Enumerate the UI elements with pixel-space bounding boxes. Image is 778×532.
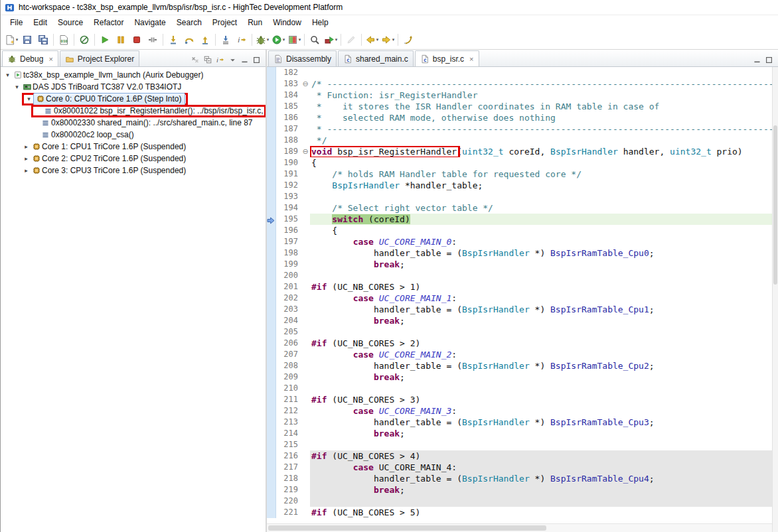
marker-ruler[interactable] bbox=[267, 225, 276, 236]
tree-item-frame-1[interactable]: 0x80002330 shared_main(): ../src/shared_… bbox=[1, 117, 266, 129]
step-filters-icon[interactable]: i bbox=[216, 55, 225, 64]
editor-tab-disassembly[interactable]: Disassembly bbox=[268, 50, 337, 66]
menu-file[interactable]: File bbox=[5, 16, 28, 29]
marker-ruler[interactable] bbox=[267, 293, 276, 304]
marker-ruler[interactable] bbox=[267, 123, 276, 135]
tree-item-core0[interactable]: ▾Core 0: CPU0 TriCore 1.6P (Step Into) bbox=[1, 93, 266, 105]
menu-source[interactable]: Source bbox=[52, 16, 88, 29]
external-tools-dropdown-arrow[interactable]: ▾ bbox=[335, 37, 338, 42]
fold-marker[interactable]: ⊖ bbox=[301, 78, 310, 90]
remove-terminated-icon[interactable] bbox=[191, 55, 200, 64]
tree-item-core2[interactable]: ▸Core 2: CPU2 TriCore 1.6P (Suspended) bbox=[1, 153, 266, 165]
terminate-button[interactable] bbox=[129, 32, 145, 48]
editor-horizontal-scrollbar[interactable] bbox=[267, 523, 772, 532]
fold-marker[interactable]: ⊖ bbox=[301, 146, 310, 157]
step-return-button[interactable] bbox=[197, 32, 213, 48]
step-over-button[interactable] bbox=[181, 32, 197, 48]
tree-item-core3[interactable]: ▸Core 3: CPU3 TriCore 1.6P (Suspended) bbox=[1, 165, 266, 176]
marker-ruler[interactable] bbox=[267, 450, 276, 462]
tree-item-board[interactable]: ▾DAS JDS TriBoard TC387 V2.0 TB34IOTJ bbox=[1, 81, 266, 93]
pencil-button[interactable] bbox=[343, 32, 359, 48]
menu-edit[interactable]: Edit bbox=[28, 16, 52, 29]
tree-item-launch[interactable]: ▾tc38x_bsp_example_llvm_launch (Aurix De… bbox=[1, 69, 266, 81]
expander-board[interactable]: ▾ bbox=[13, 84, 21, 90]
collapse-all-icon[interactable] bbox=[203, 55, 212, 64]
debug-dropdown-arrow[interactable]: ▾ bbox=[267, 37, 270, 42]
instruction-stepping-button[interactable]: i bbox=[234, 32, 250, 48]
marker-ruler[interactable] bbox=[267, 236, 276, 247]
open-element-button[interactable] bbox=[307, 32, 323, 48]
marker-ruler[interactable] bbox=[267, 180, 276, 191]
expander-launch[interactable]: ▾ bbox=[3, 72, 12, 78]
view-menu-icon[interactable] bbox=[228, 56, 237, 64]
minimize-icon[interactable] bbox=[240, 56, 249, 64]
tree-item-core1[interactable]: ▸Core 1: CPU1 TriCore 1.6P (Suspended) bbox=[1, 141, 266, 153]
marker-ruler[interactable] bbox=[267, 326, 276, 338]
coverage-button[interactable]: ▾ bbox=[286, 32, 302, 48]
editor-tab-bsp-isr[interactable]: cbsp_isr.c× bbox=[415, 50, 479, 66]
debug-button[interactable]: ▾ bbox=[254, 32, 270, 48]
skip-breakpoints-button[interactable] bbox=[76, 32, 92, 48]
drop-to-frame-button[interactable] bbox=[218, 32, 234, 48]
marker-ruler[interactable] bbox=[267, 67, 276, 78]
marker-ruler[interactable] bbox=[267, 214, 276, 225]
marker-ruler[interactable] bbox=[267, 146, 276, 157]
run-dropdown-arrow[interactable]: ▾ bbox=[283, 37, 285, 42]
marker-ruler[interactable] bbox=[267, 168, 276, 180]
marker-ruler[interactable] bbox=[267, 338, 276, 349]
view-tab-project-explorer[interactable]: Project Explorer bbox=[60, 50, 139, 66]
marker-ruler[interactable] bbox=[267, 371, 276, 383]
tree-item-frame-2[interactable]: 0x800020c2 loop_csa() bbox=[1, 129, 266, 141]
marker-ruler[interactable] bbox=[267, 462, 276, 473]
view-tab-debug[interactable]: Debug× bbox=[2, 50, 58, 66]
expander-core3[interactable]: ▸ bbox=[22, 167, 31, 174]
marker-ruler[interactable] bbox=[267, 439, 276, 450]
menu-project[interactable]: Project bbox=[207, 16, 242, 29]
forward-button[interactable]: ▾ bbox=[380, 32, 396, 48]
marker-ruler[interactable] bbox=[267, 405, 276, 417]
marker-ruler[interactable] bbox=[267, 202, 276, 214]
back-button[interactable]: ▾ bbox=[364, 32, 380, 48]
menu-window[interactable]: Window bbox=[268, 16, 307, 29]
marker-ruler[interactable] bbox=[267, 247, 276, 259]
back-dropdown-arrow[interactable]: ▾ bbox=[376, 37, 379, 42]
close-icon[interactable]: × bbox=[48, 55, 52, 63]
menu-run[interactable]: Run bbox=[242, 16, 268, 29]
marker-ruler[interactable] bbox=[267, 349, 276, 360]
marker-ruler[interactable] bbox=[267, 304, 276, 315]
marker-ruler[interactable] bbox=[267, 281, 276, 293]
marker-ruler[interactable] bbox=[267, 78, 276, 90]
step-into-button[interactable] bbox=[165, 32, 181, 48]
marker-ruler[interactable] bbox=[267, 157, 276, 168]
marker-ruler[interactable] bbox=[267, 101, 276, 112]
marker-ruler[interactable] bbox=[267, 383, 276, 394]
binary-button[interactable]: 010 bbox=[56, 32, 72, 48]
marker-ruler[interactable] bbox=[267, 428, 276, 439]
expander-core2[interactable]: ▸ bbox=[22, 155, 31, 162]
last-edit-button[interactable] bbox=[400, 32, 416, 48]
marker-ruler[interactable] bbox=[267, 360, 276, 371]
menu-refactor[interactable]: Refactor bbox=[88, 16, 129, 29]
tree-item-frame-top[interactable]: 0x80001022 bsp_isr_RegisterHandler(): ..… bbox=[1, 105, 266, 117]
new-dropdown-arrow[interactable]: ▾ bbox=[16, 37, 19, 42]
coverage-dropdown-arrow[interactable]: ▾ bbox=[299, 37, 301, 42]
marker-ruler[interactable] bbox=[267, 135, 276, 146]
marker-ruler[interactable] bbox=[267, 507, 276, 518]
save-all-button[interactable] bbox=[35, 32, 51, 48]
debug-launch-tree[interactable]: ▾tc38x_bsp_example_llvm_launch (Aurix De… bbox=[1, 67, 266, 532]
marker-ruler[interactable] bbox=[267, 484, 276, 496]
expander-core1[interactable]: ▸ bbox=[22, 143, 31, 150]
editor-vertical-scrollbar[interactable] bbox=[772, 67, 778, 532]
forward-dropdown-arrow[interactable]: ▾ bbox=[392, 37, 395, 42]
save-button[interactable] bbox=[19, 32, 35, 48]
menu-navigate[interactable]: Navigate bbox=[129, 16, 171, 29]
disconnect-button[interactable] bbox=[145, 32, 161, 48]
maximize-icon[interactable] bbox=[252, 56, 261, 64]
marker-ruler[interactable] bbox=[267, 473, 276, 484]
resume-button[interactable] bbox=[97, 32, 113, 48]
menu-help[interactable]: Help bbox=[307, 16, 334, 29]
suspend-button[interactable] bbox=[113, 32, 129, 48]
maximize-icon[interactable] bbox=[765, 56, 773, 64]
menu-search[interactable]: Search bbox=[171, 16, 207, 29]
horizontal-scroll-thumb[interactable] bbox=[268, 525, 546, 531]
